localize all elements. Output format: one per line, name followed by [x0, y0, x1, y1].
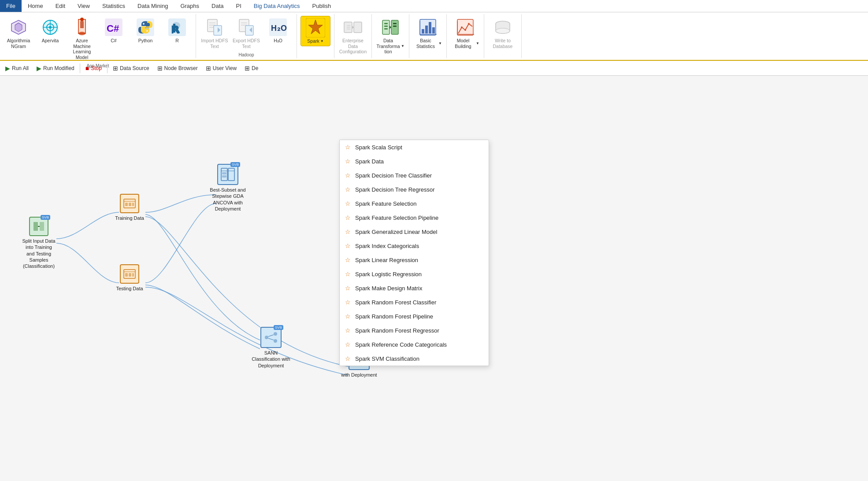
dropdown-item-glm[interactable]: ☆ Spark Generalized Linear Model	[340, 225, 489, 239]
ribbon-btn-basicstats[interactable]: Basic Statistics ▼	[413, 16, 443, 51]
menu-pi[interactable]: PI	[230, 0, 248, 12]
testing-label: Testing Data	[116, 285, 143, 292]
menu-bar: File Home Edit View Statistics Data Mini…	[0, 0, 868, 12]
dropdown-item-rfpipeline[interactable]: ☆ Spark Random Forest Pipeline	[340, 309, 489, 323]
toolbar-btn-de[interactable]: ⊞ De	[241, 63, 262, 73]
dropdown-item-refcodecat[interactable]: ☆ Spark Reference Code Categoricals	[340, 337, 489, 352]
svg-rect-82	[220, 166, 236, 182]
sann-label: SANN Classification with Deployment	[251, 350, 291, 369]
menu-statistics[interactable]: Statistics	[96, 0, 131, 12]
ribbon-btn-csharp[interactable]: C# C#	[99, 16, 129, 45]
training-node-icon	[120, 194, 139, 213]
importhdfs-icon	[205, 18, 224, 37]
dropdown-item-data[interactable]: ☆ Spark Data	[340, 154, 489, 168]
sann-badge: SVB	[274, 325, 283, 330]
svg-rect-85	[222, 172, 226, 174]
menu-edit[interactable]: Edit	[49, 0, 71, 12]
ribbon-btn-writetodb[interactable]: Write to Database	[488, 16, 518, 51]
csharp-icon: C#	[104, 18, 123, 37]
star-icon-linreg: ☆	[345, 256, 351, 263]
svg-rect-11	[80, 21, 84, 28]
ribbon-btn-h2o[interactable]: H ₂ O H₂O	[263, 16, 293, 45]
node-sann[interactable]: SVB SANN Classification with Deployment	[251, 327, 291, 369]
svg-rect-81	[132, 273, 134, 277]
svg-rect-38	[354, 22, 362, 33]
dropdown-item-featureselpipe[interactable]: ☆ Spark Feature Selection Pipeline	[340, 211, 489, 225]
svg-rect-75	[132, 203, 134, 206]
ribbon-btn-apervita[interactable]: Apervita	[35, 16, 65, 45]
sann-node-icon: SVB	[260, 327, 282, 348]
dropdown-item-dtclassifier[interactable]: ☆ Spark Decision Tree Classifier	[340, 168, 489, 182]
enterprise-label: Enterprise Data Configuration	[339, 38, 367, 55]
ribbon-btn-importhdfs[interactable]: Import HDFS Text	[200, 16, 230, 51]
dropdown-item-rfclassifier[interactable]: ☆ Spark Random Forest Classifier	[340, 295, 489, 309]
apervita-label: Apervita	[42, 38, 59, 44]
node-testing[interactable]: Testing Data	[112, 264, 147, 292]
modelbuilding-arrow: ▼	[476, 41, 479, 46]
appmarket-items: Algorithmia NGram Apervita	[4, 16, 192, 62]
apervita-icon	[41, 18, 60, 37]
star-icon-indexcat: ☆	[345, 242, 351, 249]
toolbar-btn-nodebrowser[interactable]: ⊞ Node Browser	[154, 63, 201, 73]
star-icon-glm: ☆	[345, 228, 351, 235]
rf-label: with Deployment	[341, 372, 377, 378]
menu-bigdata[interactable]: Big Data Analytics	[248, 0, 306, 12]
svg-point-92	[274, 339, 277, 343]
svg-point-61	[468, 23, 470, 25]
dropdown-item-svm[interactable]: ☆ Spark SVM Classification	[340, 352, 489, 366]
menu-view[interactable]: View	[71, 0, 96, 12]
toolbar-btn-userview[interactable]: ⊞ User View	[202, 63, 240, 73]
menu-home[interactable]: Home	[22, 0, 49, 12]
node-split[interactable]: SVB Split Input Data into Training and T…	[21, 217, 56, 269]
toolbar-btn-stop[interactable]: ■ Stop	[82, 63, 105, 73]
ribbon: Algorithmia NGram Apervita	[0, 12, 868, 61]
dropdown-item-indexcat[interactable]: ☆ Spark Index Categoricals	[340, 239, 489, 253]
menu-graphs[interactable]: Graphs	[174, 0, 205, 12]
ribbon-btn-datatransform[interactable]: Data Transformation ▼	[375, 16, 405, 56]
dropdown-item-dtregressor[interactable]: ☆ Spark Decision Tree Regressor	[340, 182, 489, 196]
svg-text:R: R	[171, 23, 179, 36]
svg-rect-47	[384, 26, 388, 27]
svg-rect-54	[429, 22, 431, 33]
ribbon-section-basicstats: Basic Statistics ▼	[409, 14, 447, 58]
dropdown-item-linreg[interactable]: ☆ Spark Linear Regression	[340, 253, 489, 267]
ribbon-btn-algorithmia[interactable]: Algorithmia NGram	[4, 16, 33, 51]
toolbar-btn-datasource[interactable]: ⊞ Data Source	[109, 63, 153, 73]
spark-icon	[306, 18, 325, 37]
menu-datamining[interactable]: Data Mining	[131, 0, 174, 12]
node-training[interactable]: Training Data	[112, 194, 147, 221]
ribbon-btn-python[interactable]: Python	[130, 16, 160, 45]
modelbuilding-items: Model Building ▼	[450, 16, 480, 56]
ribbon-btn-azure[interactable]: Azure Machine Learning Model	[67, 16, 97, 62]
svg-rect-49	[393, 23, 397, 24]
dropdown-item-scala[interactable]: ☆ Spark Scala Script	[340, 140, 489, 154]
svg-text:C#: C#	[107, 23, 119, 34]
importhdfs-label: Import HDFS Text	[200, 38, 229, 49]
r-icon: R	[167, 18, 187, 37]
star-icon-designmat: ☆	[345, 285, 351, 292]
nodebrowser-icon: ⊞	[157, 65, 163, 72]
ribbon-btn-spark[interactable]: Spark ▼	[300, 16, 330, 46]
svg-point-12	[80, 18, 84, 21]
ribbon-btn-modelbuilding[interactable]: Model Building ▼	[450, 16, 480, 51]
toolbar-btn-runmod[interactable]: ▶ Run Modified	[33, 63, 78, 73]
dropdown-item-designmat[interactable]: ☆ Spark Make Design Matrix	[340, 281, 489, 295]
menu-data[interactable]: Data	[205, 0, 230, 12]
menu-publish[interactable]: Publish	[306, 0, 338, 12]
modelbuilding-icon	[456, 18, 475, 37]
svg-rect-73	[125, 203, 128, 206]
node-bestsubset[interactable]: SVB Best-Subset and Stepwise GDA ANCOVA …	[208, 164, 248, 212]
dropdown-item-featuresel[interactable]: ☆ Spark Feature Selection	[340, 196, 489, 211]
exporthdfs-icon	[237, 18, 256, 37]
ribbon-btn-exporthdfs[interactable]: Export HDFS Text	[231, 16, 261, 51]
toolbar: ▶ Run All ▶ Run Modified ■ Stop ⊞ Data S…	[0, 61, 868, 76]
dropdown-item-rfregressor[interactable]: ☆ Spark Random Forest Regressor	[340, 323, 489, 337]
ribbon-btn-enterprise[interactable]: Enterprise Data Configuration	[338, 16, 368, 56]
spark-dropdown-arrow: ▼	[320, 39, 324, 44]
menu-file[interactable]: File	[0, 0, 22, 12]
spark-items: Spark ▼	[300, 16, 330, 56]
dropdown-item-logreg[interactable]: ☆ Spark Logistic Regression	[340, 267, 489, 281]
toolbar-btn-runall[interactable]: ▶ Run All	[2, 63, 32, 73]
star-icon-featureselpipe: ☆	[345, 214, 351, 221]
ribbon-btn-r[interactable]: R R	[162, 16, 192, 45]
